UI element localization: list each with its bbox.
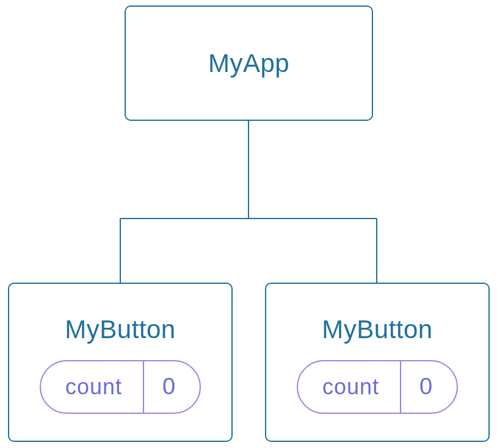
child-node-mybutton-1: MyButton count 0 <box>8 283 233 442</box>
state-name: count <box>298 361 400 413</box>
state-pill: count 0 <box>40 360 201 414</box>
root-node-label: MyApp <box>208 49 289 78</box>
root-node-myapp: MyApp <box>125 5 373 121</box>
child-node-mybutton-2: MyButton count 0 <box>265 283 490 442</box>
state-value: 0 <box>144 361 200 413</box>
state-value: 0 <box>401 361 457 413</box>
state-name: count <box>41 361 143 413</box>
child-node-label: MyButton <box>322 315 432 344</box>
child-node-label: MyButton <box>65 315 175 344</box>
state-pill: count 0 <box>297 360 458 414</box>
